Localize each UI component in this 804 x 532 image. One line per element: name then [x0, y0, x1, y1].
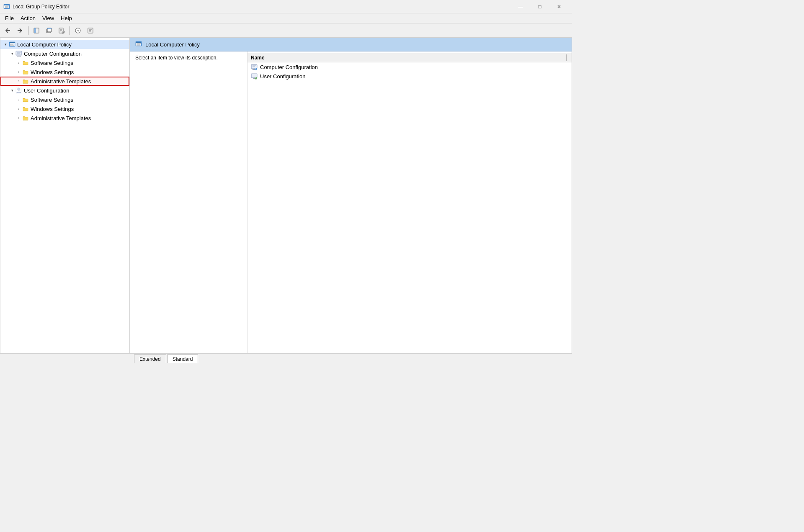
tab-standard[interactable]: Standard	[167, 355, 198, 363]
right-pane-header-icon	[135, 41, 142, 49]
column-divider	[566, 54, 567, 61]
admin-templates-uc-label: Administrative Templates	[31, 115, 91, 121]
root-expander[interactable]: ▾	[2, 41, 9, 48]
folder-icon-sw-uc	[22, 96, 29, 103]
svg-point-22	[18, 88, 20, 90]
svg-rect-9	[47, 28, 52, 29]
user-config-expander[interactable]: ▾	[9, 87, 15, 94]
back-button[interactable]	[2, 25, 13, 36]
export-button[interactable]	[56, 25, 67, 36]
help-button[interactable]: ?	[72, 25, 84, 36]
toolbar-separator-1	[28, 26, 28, 35]
root-label: Local Computer Policy	[17, 41, 72, 48]
content-item-computer-config[interactable]: Computer Configuration	[247, 62, 572, 72]
svg-rect-26	[136, 42, 141, 43]
win-settings-cc-expander[interactable]: ›	[15, 69, 22, 75]
content-user-label: User Configuration	[260, 73, 305, 80]
right-pane: Local Computer Policy Select an item to …	[130, 38, 572, 353]
tree-item-user-config[interactable]: ▾ User Configuration	[0, 86, 129, 95]
show-hide-console-button[interactable]	[31, 25, 42, 36]
sw-settings-cc-expander[interactable]: ›	[15, 59, 22, 66]
win-settings-uc-expander[interactable]: ›	[15, 105, 22, 112]
right-pane-body: Select an item to view its description. …	[130, 51, 572, 353]
close-button[interactable]: ✕	[549, 0, 569, 13]
tree-item-root[interactable]: ▾ Local Computer Policy	[0, 40, 129, 49]
bottom-tabs: Extended Standard	[0, 353, 572, 363]
tree-item-sw-settings-uc[interactable]: › Software Settings	[0, 95, 129, 104]
admin-templates-cc-label: Administrative Templates	[31, 78, 91, 85]
right-pane-header: Local Computer Policy	[130, 38, 572, 51]
folder-icon-sw-cc	[22, 59, 29, 66]
tree-item-win-settings-uc[interactable]: › Windows Settings	[0, 104, 129, 113]
folder-icon-win-uc	[22, 105, 29, 112]
computer-config-expander[interactable]: ▾	[9, 50, 15, 57]
toolbar: ?	[0, 23, 572, 38]
description-pane: Select an item to view its description.	[130, 51, 247, 353]
column-header: Name	[247, 53, 572, 62]
minimize-button[interactable]: —	[511, 0, 530, 13]
tab-extended[interactable]: Extended	[134, 355, 166, 363]
column-name-label: Name	[251, 55, 564, 61]
svg-rect-34	[252, 74, 257, 77]
win-settings-cc-label: Windows Settings	[31, 69, 74, 75]
menu-action[interactable]: Action	[17, 14, 39, 23]
properties-button[interactable]	[85, 25, 96, 36]
tree-item-win-settings-cc[interactable]: › Windows Settings	[0, 67, 129, 77]
tree-pane: ▾ Local Computer Policy ▾	[0, 38, 130, 353]
computer-config-label: Computer Configuration	[24, 51, 82, 57]
svg-rect-21	[17, 56, 21, 57]
sw-settings-uc-expander[interactable]: ›	[15, 96, 22, 103]
sw-settings-cc-label: Software Settings	[31, 60, 73, 66]
main-container: ▾ Local Computer Policy ▾	[0, 38, 572, 353]
admin-templates-cc-expander[interactable]: ›	[15, 78, 22, 85]
svg-rect-28	[252, 65, 257, 68]
content-item-user-config[interactable]: User Configuration	[247, 72, 572, 81]
content-computer-label: Computer Configuration	[260, 64, 318, 70]
user-config-label: User Configuration	[24, 87, 69, 94]
computer-config-icon	[15, 50, 22, 57]
user-config-icon	[15, 87, 22, 94]
svg-rect-6	[34, 28, 36, 33]
new-window-button[interactable]	[43, 25, 55, 36]
root-icon	[9, 41, 15, 48]
tree-item-computer-config[interactable]: ▾ Computer Configuration	[0, 49, 129, 58]
menu-help[interactable]: Help	[57, 14, 75, 23]
svg-point-38	[255, 77, 256, 78]
description-text: Select an item to view its description.	[135, 55, 218, 61]
content-user-icon	[251, 73, 258, 80]
maximize-button[interactable]: □	[530, 0, 549, 13]
svg-point-4	[5, 5, 6, 5]
admin-templates-uc-expander[interactable]: ›	[15, 115, 22, 121]
app-title: Local Group Policy Editor	[13, 4, 69, 10]
right-pane-header-title: Local Computer Policy	[145, 41, 200, 48]
svg-text:?: ?	[77, 29, 80, 33]
app-icon	[3, 3, 10, 10]
win-settings-uc-label: Windows Settings	[31, 106, 74, 112]
forward-button[interactable]	[14, 25, 26, 36]
content-computer-icon	[251, 64, 258, 70]
title-bar-left: Local Group Policy Editor	[3, 3, 69, 10]
toolbar-separator-2	[70, 26, 70, 35]
tree-item-admin-templates-cc[interactable]: › Administrative Templates	[0, 77, 129, 86]
title-bar-controls: — □ ✕	[511, 0, 569, 13]
folder-icon-admin-uc	[22, 115, 29, 121]
menu-bar: File Action View Help	[0, 13, 572, 23]
folder-icon-win-cc	[22, 69, 29, 75]
folder-icon-admin-cc	[22, 78, 29, 85]
content-pane: Name	[247, 51, 572, 353]
svg-point-3	[5, 5, 5, 5]
sw-settings-uc-label: Software Settings	[31, 97, 73, 103]
menu-view[interactable]: View	[39, 14, 57, 23]
svg-rect-17	[10, 42, 15, 43]
tree-item-admin-templates-uc[interactable]: › Administrative Templates	[0, 113, 129, 123]
title-bar: Local Group Policy Editor — □ ✕	[0, 0, 572, 13]
menu-file[interactable]: File	[2, 14, 17, 23]
tree-item-sw-settings-cc[interactable]: › Software Settings	[0, 58, 129, 67]
svg-point-32	[255, 68, 256, 69]
